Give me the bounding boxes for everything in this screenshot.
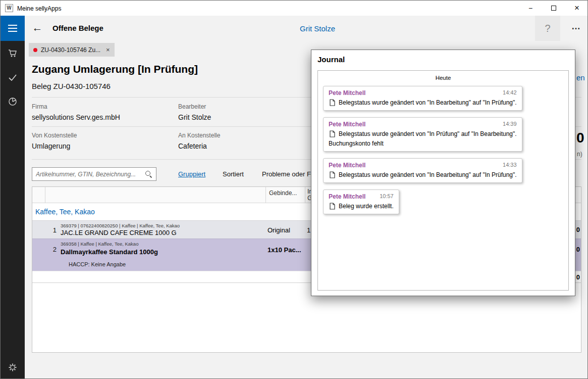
document-subtitle: Beleg ZU-0430-105746 (32, 82, 111, 90)
more-options-icon: … (571, 21, 580, 32)
maximize-button[interactable] (542, 1, 565, 16)
grouped-link[interactable]: Gruppiert (178, 170, 205, 178)
clipped-stat-value: 0 (576, 130, 584, 146)
journal-entry-text: Belegstatus wurde geändert von "In Bearb… (339, 171, 517, 178)
row-article-name: JAC.LE GRAND CAFE CREME 1000 G (61, 229, 177, 236)
clipped-link-fragment[interactable]: en (576, 73, 585, 82)
journal-entry-text: Belegstatus wurde geändert von "In Bearb… (339, 99, 517, 106)
journal-entry-list[interactable]: Heute Pete Mitchell 14:42 Belegstatus wu… (317, 70, 569, 291)
journal-entry-text: Buchungskonto fehlt (329, 140, 517, 147)
journal-entry-icon (329, 203, 336, 210)
row-haccp-note: HACCP: Keine Angabe (69, 261, 126, 267)
journal-entry-text: Belegstatus wurde geändert von "In Prüfu… (339, 130, 517, 137)
journal-entry: Pete Mitchell 14:42 Belegstatus wurde ge… (323, 86, 522, 111)
journal-entry: Pete Mitchell 14:33 Belegstatus wurde ge… (323, 158, 522, 183)
help-icon: ? (545, 23, 550, 34)
tab-close-icon[interactable]: × (106, 46, 110, 54)
sidebar-item-tasks[interactable] (1, 65, 25, 89)
hamburger-icon (8, 25, 17, 26)
journal-entry-author: Pete Mitchell (329, 89, 365, 97)
page-title: Offene Belege (52, 24, 103, 32)
problems-link[interactable]: Probleme oder Fel (262, 170, 316, 178)
field-value-firma: sellysolutions Serv.ges.mbH (32, 113, 120, 121)
close-icon: × (574, 3, 579, 13)
journal-flyout: Journal Heute Pete Mitchell 14:42 Belegs… (311, 50, 575, 296)
field-label-von-kostenstelle: Von Kostenstelle (32, 132, 77, 139)
close-button[interactable]: × (565, 1, 588, 16)
journal-entry-text: Beleg wurde erstellt. (339, 203, 394, 210)
cart-icon (8, 48, 18, 58)
column-header-description[interactable] (45, 187, 266, 203)
more-options-button[interactable]: … (563, 16, 588, 41)
gear-icon (8, 362, 18, 372)
tab-status-dot-icon (33, 48, 37, 52)
field-label-firma: Firma (32, 103, 47, 110)
minimize-icon: − (528, 4, 532, 12)
back-button[interactable]: ← (30, 22, 45, 36)
document-title: Zugang Umlagerung [In Prüfung] (32, 63, 198, 75)
journal-entry-author: Pete Mitchell (329, 162, 365, 169)
current-user-link[interactable]: Grit Stolze (282, 24, 353, 33)
row-gebinde-value: Original (268, 226, 306, 234)
sidebar (1, 41, 25, 379)
row-gebinde-value: 1x10 Pac... (268, 246, 306, 254)
article-search-box (32, 167, 156, 181)
row-amount-value: 0 (576, 226, 580, 233)
row-number: 2 (47, 246, 57, 253)
document-tab[interactable]: ZU-0430-105746 Zu... × (29, 43, 115, 57)
row-meta: 369379 | 07622400820250 | Kaffee | Kaffe… (61, 223, 180, 228)
field-label-bearbeiter: Bearbeiter (178, 103, 206, 110)
journal-entry: Pete Mitchell 14:39 Belegstatus wurde ge… (323, 117, 522, 152)
journal-title: Journal (317, 55, 345, 64)
journal-day-label: Heute (321, 75, 565, 81)
window-title: Meine sellyApps (17, 5, 61, 12)
group-label: Kaffee, Tee, Kakao (35, 208, 95, 216)
maximize-icon (551, 6, 556, 11)
app-logo-icon: W (5, 4, 13, 12)
check-icon (8, 72, 18, 82)
tab-label: ZU-0430-105746 Zu... (41, 46, 100, 54)
field-label-an-kostenstelle: An Kostenstelle (178, 132, 220, 139)
column-header-gebinde[interactable]: Gebinde... (266, 187, 305, 203)
sum-value: 0 (576, 273, 580, 281)
app-window: W Meine sellyApps − × ← Offene Belege Gr… (0, 0, 588, 379)
row-article-name: Dallmayrkaffee Standard 1000g (61, 248, 158, 256)
sidebar-item-statistics[interactable] (1, 89, 25, 114)
sorted-link[interactable]: Sortiert (223, 170, 244, 178)
field-value-an-kostenstelle: Cafeteria (178, 142, 207, 150)
minimize-button[interactable]: − (519, 1, 542, 16)
sidebar-item-settings[interactable] (1, 355, 25, 379)
journal-entry-icon (329, 171, 336, 178)
journal-entry-time: 14:39 (503, 121, 517, 128)
journal-entry-icon (329, 130, 336, 137)
clipped-stat-label: n) (577, 151, 582, 158)
field-value-von-kostenstelle: Umlagerung (32, 142, 70, 150)
hamburger-menu-button[interactable] (1, 16, 25, 41)
search-icon[interactable] (145, 170, 152, 178)
field-value-bearbeiter: Grit Stolze (178, 113, 211, 121)
journal-entry-author: Pete Mitchell (329, 193, 365, 200)
search-input[interactable] (36, 171, 145, 178)
journal-entry-time: 14:42 (503, 89, 517, 97)
column-header-number[interactable] (32, 187, 45, 203)
help-button[interactable]: ? (535, 16, 560, 41)
journal-entry-icon (329, 99, 336, 106)
journal-entry-author: Pete Mitchell (329, 121, 365, 128)
sidebar-item-cart[interactable] (1, 41, 25, 65)
journal-entry-time: 14:33 (503, 162, 517, 169)
journal-entry: Pete Mitchell 10:57 Beleg wurde erstellt… (323, 190, 399, 214)
title-bar: W Meine sellyApps − × (1, 1, 587, 16)
pie-chart-icon (8, 97, 18, 107)
row-amount-value: 0 (576, 246, 580, 253)
row-number: 1 (47, 226, 57, 234)
row-in-gebinde-value: 1 (307, 226, 310, 234)
row-meta: 369358 | Kaffee | Kaffee, Tee, Kakao (61, 241, 138, 247)
back-arrow-icon: ← (32, 22, 43, 33)
journal-entry-time: 10:57 (380, 193, 394, 200)
